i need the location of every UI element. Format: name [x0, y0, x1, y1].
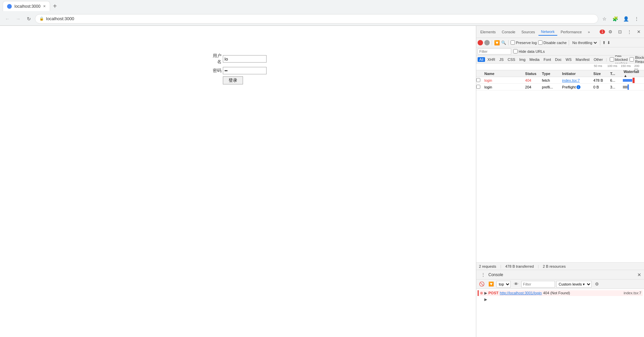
- settings-icon[interactable]: ⚙: [606, 28, 614, 36]
- stop-recording-button[interactable]: [484, 40, 490, 45]
- row1-checkbox[interactable]: [476, 78, 483, 83]
- col-header-initiator[interactable]: Initiator: [561, 72, 592, 76]
- disable-cache-text: Disable cache: [544, 41, 567, 45]
- type-filter-all[interactable]: All: [478, 57, 485, 62]
- tab-network[interactable]: Network: [538, 28, 557, 36]
- type-filter-separator: |: [606, 58, 607, 62]
- preflight-info-icon[interactable]: i: [576, 85, 580, 89]
- tab-close-button[interactable]: ✕: [43, 4, 46, 8]
- password-input[interactable]: [223, 67, 267, 74]
- console-error-row: ⊗ ▶ POST http://localhost:3001/login 404…: [478, 290, 643, 296]
- has-blocked-cookies-label[interactable]: Has blocked cookies: [610, 55, 628, 64]
- ruler-tick-150ms: 150 ms: [621, 64, 631, 68]
- tab-console[interactable]: Console: [499, 29, 518, 35]
- type-filter-doc[interactable]: Doc: [553, 57, 563, 62]
- filter-input[interactable]: [478, 48, 511, 54]
- bookmark-button[interactable]: ☆: [600, 14, 609, 24]
- extensions-button[interactable]: 🧩: [610, 14, 620, 24]
- type-filter-ws[interactable]: WS: [564, 57, 573, 62]
- tab-sources[interactable]: Sources: [519, 29, 537, 35]
- console-section: ⋮ Console ✕ 🚫 🔽 top 👁 Custom levels ▾ ⚙: [476, 270, 644, 337]
- table-row[interactable]: login 204 prefli... Preflight i 0 B 3...: [476, 84, 644, 90]
- username-row: 用户名: [209, 53, 267, 65]
- disable-cache-checkbox[interactable]: [538, 40, 542, 45]
- more-options-icon[interactable]: ⋮: [625, 28, 633, 36]
- devtools-panel: Elements Console Sources Network Perform…: [476, 26, 644, 337]
- blocked-requests-checkbox[interactable]: [630, 57, 634, 62]
- row2-initiator: Preflight i: [561, 85, 592, 89]
- type-filter-js[interactable]: JS: [497, 57, 505, 62]
- type-filter-other[interactable]: Other: [592, 57, 605, 62]
- console-close-button[interactable]: ✕: [637, 272, 641, 277]
- tab-title: localhost:3000: [14, 4, 40, 9]
- has-blocked-cookies-checkbox[interactable]: [610, 57, 614, 62]
- type-filter-xhr[interactable]: XHR: [486, 57, 497, 62]
- console-request-url[interactable]: http://localhost:3001/login: [500, 291, 542, 295]
- browser-tab[interactable]: localhost:3000 ✕: [3, 1, 50, 11]
- col-header-size[interactable]: Size: [592, 72, 609, 76]
- tab-favicon: [7, 4, 12, 9]
- col-header-name[interactable]: Name: [483, 72, 524, 76]
- col-header-waterfall[interactable]: Waterfall ▲: [622, 70, 644, 78]
- type-filter-media[interactable]: Media: [528, 57, 541, 62]
- col-header-time[interactable]: T...: [609, 72, 622, 76]
- import-har-button[interactable]: ⬆: [602, 40, 606, 45]
- col-header-type[interactable]: Type: [540, 72, 561, 76]
- devtools-icons-right: 1 ⚙ ⊡ ⋮ ✕: [600, 28, 643, 36]
- row2-size: 0 B: [592, 85, 609, 89]
- tab-performance[interactable]: Performance: [558, 29, 585, 35]
- username-label: 用户名: [209, 53, 222, 65]
- console-title: Console: [488, 272, 503, 277]
- throttle-select[interactable]: No throttling: [571, 40, 598, 45]
- hide-data-urls-checkbox[interactable]: [513, 49, 518, 53]
- secure-icon: 🔒: [39, 16, 44, 21]
- menu-button[interactable]: ⋮: [632, 14, 641, 24]
- console-level-select[interactable]: Custom levels ▾: [556, 281, 592, 288]
- console-file-ref[interactable]: index.tsx:7: [623, 291, 641, 295]
- filter-toggle-button[interactable]: 🔽: [494, 40, 500, 45]
- console-expand-indicator[interactable]: ▶: [484, 297, 487, 301]
- console-filter-input[interactable]: [521, 281, 555, 288]
- row1-status: 404: [524, 78, 540, 82]
- tab-elements[interactable]: Elements: [478, 29, 498, 35]
- preserve-log-label[interactable]: Preserve log: [511, 40, 537, 45]
- row2-checkbox[interactable]: [476, 85, 483, 89]
- type-filter-bar: All XHR JS CSS Img Media Font Doc WS Man…: [476, 55, 644, 64]
- login-button[interactable]: 登录: [223, 76, 243, 84]
- reload-button[interactable]: ↻: [24, 14, 34, 24]
- record-button[interactable]: [478, 40, 483, 45]
- type-filter-css[interactable]: CSS: [506, 57, 517, 62]
- close-devtools-icon[interactable]: ✕: [635, 28, 643, 36]
- console-options-icon[interactable]: ⋮: [479, 271, 487, 279]
- export-har-button[interactable]: ⬇: [607, 40, 610, 45]
- dock-icon[interactable]: ⊡: [616, 28, 624, 36]
- blocked-requests-label[interactable]: Blocked Requests: [630, 55, 644, 64]
- address-bar[interactable]: 🔒 localhost:3000: [35, 14, 598, 24]
- back-button[interactable]: ←: [3, 14, 12, 24]
- new-tab-button[interactable]: +: [53, 2, 57, 10]
- row1-size: 478 B: [592, 78, 609, 82]
- type-filter-img[interactable]: Img: [518, 57, 527, 62]
- console-settings-icon[interactable]: ⚙: [593, 280, 601, 288]
- error-badge: 1: [600, 30, 605, 34]
- type-filter-font[interactable]: Font: [542, 57, 553, 62]
- row1-initiator[interactable]: index.tsx:7: [561, 78, 592, 82]
- hide-data-urls-label[interactable]: Hide data URLs: [513, 49, 545, 53]
- tab-more[interactable]: »: [585, 29, 593, 35]
- table-row[interactable]: login 404 fetch index.tsx:7 478 B 6...: [476, 77, 644, 84]
- disable-cache-label[interactable]: Disable cache: [538, 40, 567, 45]
- forward-button[interactable]: →: [13, 14, 23, 24]
- console-context-select[interactable]: top: [496, 281, 511, 288]
- username-input[interactable]: [223, 55, 267, 63]
- console-eye-icon[interactable]: 👁: [512, 280, 520, 288]
- col-header-status[interactable]: Status: [524, 72, 540, 76]
- console-filter-icon[interactable]: 🔽: [487, 280, 495, 288]
- console-expand-arrow[interactable]: ▶: [484, 291, 487, 295]
- profile-button[interactable]: 👤: [621, 14, 631, 24]
- search-button[interactable]: 🔍: [501, 40, 506, 45]
- type-filter-manifest[interactable]: Manifest: [574, 57, 592, 62]
- ruler-tick-100ms: 100 ms: [607, 64, 617, 68]
- preserve-log-checkbox[interactable]: [511, 40, 515, 45]
- network-status-bar: 2 requests | 478 B transferred | 2 B res…: [476, 262, 644, 270]
- console-clear-button[interactable]: 🚫: [478, 280, 486, 288]
